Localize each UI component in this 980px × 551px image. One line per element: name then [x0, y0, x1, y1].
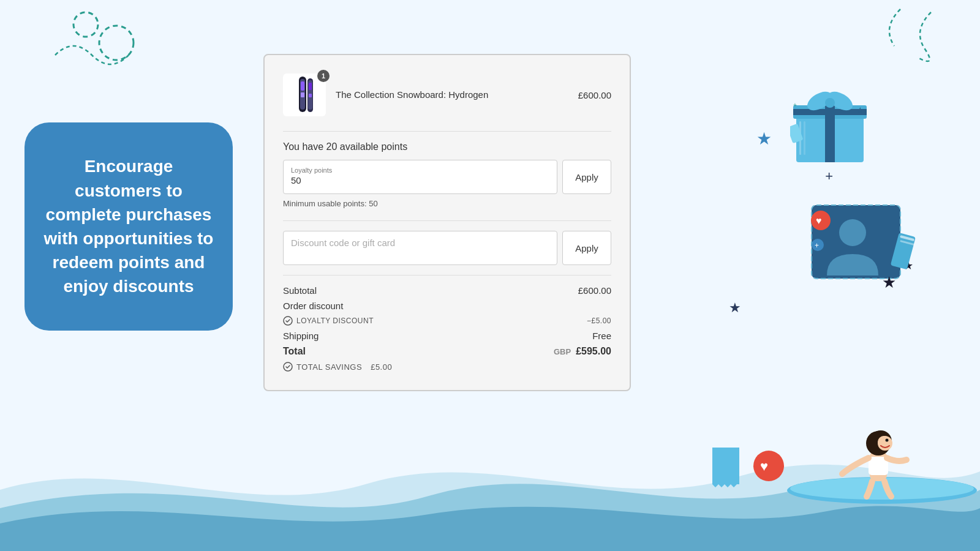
totals-section: Subtotal £600.00 Order discount LOYALTY … — [283, 285, 611, 372]
shipping-value: Free — [592, 331, 611, 341]
product-row: 1 The Collection Snowboard: Hydrogen £60… — [283, 73, 611, 116]
min-points-text: Minimum usable points: 50 — [283, 199, 611, 208]
order-discount-row: Order discount — [283, 301, 611, 311]
product-price: £600.00 — [578, 90, 611, 100]
total-label: Total — [283, 346, 306, 357]
savings-icon — [283, 362, 293, 372]
loyalty-apply-button[interactable]: Apply — [562, 160, 611, 194]
svg-text:♥: ♥ — [760, 459, 768, 474]
svg-rect-8 — [309, 83, 312, 90]
subtotal-label: Subtotal — [283, 285, 317, 296]
star-blue-icon: ★ — [756, 129, 772, 149]
total-right: GBP £595.00 — [554, 346, 611, 357]
discount-code-input[interactable] — [291, 238, 549, 248]
gift-box-illustration: ★ + — [790, 80, 870, 168]
heart-icon: ♥ — [753, 451, 784, 484]
svg-text:+: + — [793, 102, 797, 108]
receipt-icon — [710, 448, 741, 490]
surfer-illustration — [784, 402, 980, 514]
loyalty-points-field[interactable]: Loyalty points — [283, 160, 557, 194]
divider-1 — [283, 131, 611, 132]
loyalty-points-label: Loyalty points — [291, 167, 549, 174]
svg-rect-5 — [301, 92, 304, 97]
shipping-label: Shipping — [283, 331, 318, 341]
svg-point-18 — [825, 98, 835, 108]
divider-2 — [283, 220, 611, 221]
loyalty-discount-value: −£5.00 — [587, 317, 611, 325]
subtotal-row: Subtotal £600.00 — [283, 285, 611, 296]
svg-rect-20 — [804, 121, 805, 155]
svg-text:♥: ♥ — [816, 216, 822, 226]
svg-text:★: ★ — [856, 105, 864, 115]
product-image-wrap: 1 — [283, 73, 326, 116]
order-discount-label: Order discount — [283, 301, 343, 311]
loyalty-discount-icon — [283, 316, 293, 326]
product-info: The Collection Snowboard: Hydrogen — [336, 89, 568, 100]
svg-text:+: + — [815, 241, 819, 250]
deco-top-right — [821, 6, 943, 67]
deco-top-left — [49, 6, 172, 80]
svg-text:★: ★ — [882, 273, 896, 291]
shipping-row: Shipping Free — [283, 331, 611, 341]
star-dark-icon: ★ — [729, 300, 741, 316]
loyalty-discount-row: LOYALTY DISCOUNT −£5.00 — [283, 316, 611, 326]
svg-point-0 — [74, 12, 98, 37]
left-panel: Encourage customers to complete purchase… — [24, 122, 233, 331]
subtotal-value: £600.00 — [578, 285, 611, 296]
svg-rect-15 — [793, 109, 867, 115]
loyalty-input-row: Loyalty points Apply — [283, 160, 611, 194]
svg-point-25 — [839, 219, 866, 246]
discount-input-row: Apply — [283, 231, 611, 265]
total-value: £595.00 — [576, 346, 611, 357]
svg-rect-9 — [309, 94, 312, 97]
profile-card-illustration: ♥ + ★ ★ — [809, 202, 919, 302]
main-card: 1 The Collection Snowboard: Hydrogen £60… — [263, 54, 631, 391]
total-currency: GBP — [554, 347, 571, 356]
product-name: The Collection Snowboard: Hydrogen — [336, 89, 488, 100]
discount-code-field[interactable] — [283, 231, 557, 265]
plus-dark-icon: + — [825, 168, 833, 184]
savings-label: TOTAL SAVINGS — [296, 362, 362, 372]
loyalty-discount-label: LOYALTY DISCOUNT — [296, 317, 374, 325]
left-panel-text: Encourage customers to complete purchase… — [24, 136, 233, 317]
discount-apply-button[interactable]: Apply — [562, 231, 611, 265]
loyalty-points-input[interactable] — [291, 175, 549, 186]
savings-value: £5.00 — [371, 362, 392, 372]
svg-point-40 — [753, 451, 784, 481]
svg-rect-4 — [301, 81, 304, 91]
svg-point-1 — [99, 26, 134, 60]
total-row: Total GBP £595.00 — [283, 346, 611, 357]
divider-3 — [283, 275, 611, 276]
product-badge: 1 — [317, 70, 330, 82]
available-points-text: You have 20 available points — [283, 141, 611, 152]
total-savings-row: TOTAL SAVINGS £5.00 — [283, 362, 611, 372]
svg-point-49 — [886, 439, 889, 442]
